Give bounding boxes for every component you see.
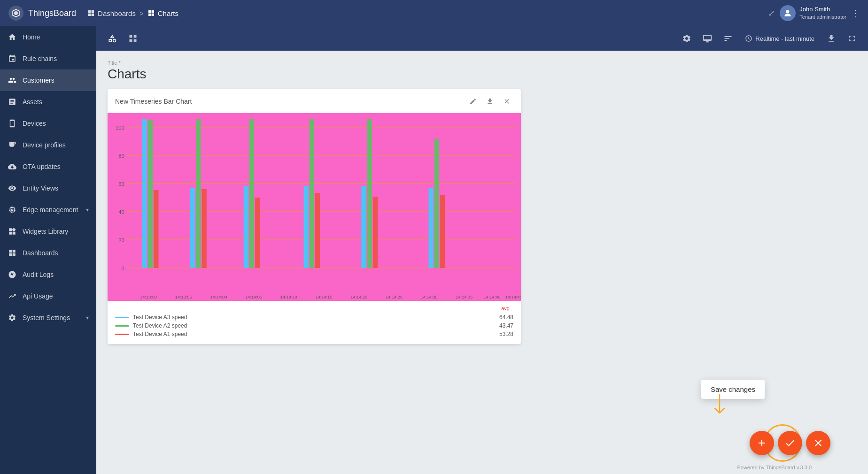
fab-add-btn[interactable]	[750, 431, 774, 455]
svg-rect-5	[92, 14, 94, 16]
widget-title: New Timeseries Bar Chart	[115, 98, 192, 105]
svg-rect-41	[303, 186, 308, 268]
svg-rect-11	[9, 250, 12, 252]
svg-text:0: 0	[122, 266, 124, 271]
widget-download-btn[interactable]	[483, 95, 496, 108]
edge-management-chevron: ▾	[86, 206, 89, 213]
svg-rect-35	[190, 188, 195, 268]
svg-rect-45	[367, 119, 372, 268]
widget-close-btn[interactable]	[500, 95, 513, 108]
home-icon	[8, 32, 17, 42]
sidebar-item-device-profiles[interactable]: Device profiles	[0, 134, 96, 156]
sidebar-item-home[interactable]: Home	[0, 26, 96, 48]
widget-edit-btn[interactable]	[466, 95, 480, 108]
edit-mode-btn[interactable]	[104, 30, 121, 47]
svg-rect-39	[249, 119, 254, 268]
breadcrumb-separator: >	[140, 9, 144, 17]
svg-text:14:14:30: 14:14:30	[421, 295, 438, 299]
user-text: John Smith Tenant administrator	[799, 6, 846, 20]
svg-text:14:14:05: 14:14:05	[245, 295, 262, 299]
download-btn[interactable]	[823, 30, 840, 47]
svg-rect-13	[9, 253, 12, 256]
svg-text:14:14:10: 14:14:10	[280, 295, 297, 299]
widget-header: New Timeseries Bar Chart	[108, 89, 521, 113]
svg-rect-33	[148, 120, 153, 268]
page-title-label: Title *	[108, 60, 857, 66]
svg-text:14:14:15: 14:14:15	[316, 295, 333, 299]
device-profiles-icon	[8, 140, 17, 150]
logo: ThingsBoard	[8, 5, 76, 22]
fab-cancel-btn[interactable]	[806, 431, 830, 455]
svg-rect-42	[310, 119, 314, 268]
svg-text:14:14:40: 14:14:40	[484, 295, 501, 299]
breadcrumb-current: Charts	[147, 9, 178, 17]
fab-confirm-btn[interactable]	[778, 431, 802, 455]
sidebar-item-ota-updates[interactable]: OTA updates	[0, 156, 96, 177]
legend-color-a1	[115, 334, 129, 335]
sidebar-item-audit-logs[interactable]: Audit Logs	[0, 264, 96, 285]
page-title: Charts	[108, 67, 857, 82]
chart-area: 0 20 40 60 80 100 120	[108, 113, 521, 301]
svg-rect-47	[429, 188, 434, 268]
svg-text:14:14:20: 14:14:20	[350, 295, 367, 299]
svg-text:14:14:25: 14:14:25	[386, 295, 403, 299]
sidebar-item-dashboards[interactable]: Dashboards	[0, 242, 96, 264]
page-header: Title * Charts	[108, 60, 857, 82]
sidebar-item-assets[interactable]: Assets	[0, 91, 96, 113]
svg-rect-14	[13, 253, 16, 256]
sidebar-item-api-usage[interactable]: Api Usage	[0, 285, 96, 307]
svg-rect-40	[255, 198, 260, 268]
fab-group	[750, 431, 830, 455]
realtime-btn[interactable]: Realtime - last minute	[740, 32, 819, 45]
content-area: Realtime - last minute Title * Charts Ne…	[96, 26, 868, 474]
devices-icon	[8, 119, 17, 128]
user-avatar	[780, 5, 796, 21]
svg-rect-46	[373, 197, 378, 268]
sidebar-item-system-settings[interactable]: System Settings ▾	[0, 307, 96, 329]
grid-view-btn[interactable]	[124, 30, 141, 47]
breadcrumb-dashboards[interactable]: Dashboards	[87, 9, 136, 17]
sidebar-item-rule-chains[interactable]: Rule chains	[0, 48, 96, 69]
svg-point-1	[14, 11, 18, 15]
sidebar-item-devices[interactable]: Devices	[0, 113, 96, 134]
svg-rect-49	[440, 195, 445, 268]
fullscreen-btn[interactable]	[844, 30, 860, 47]
svg-rect-17	[130, 39, 132, 42]
svg-rect-48	[434, 139, 439, 268]
svg-rect-6	[148, 10, 151, 13]
system-settings-icon	[8, 313, 17, 322]
svg-rect-15	[130, 35, 132, 38]
svg-rect-3	[92, 10, 94, 13]
ota-updates-icon	[8, 162, 17, 171]
svg-rect-32	[142, 119, 147, 268]
legend-color-a3	[115, 317, 129, 318]
svg-rect-7	[151, 10, 154, 13]
settings-btn[interactable]	[678, 30, 695, 47]
svg-rect-44	[361, 186, 366, 268]
topbar-right: ⤢ John Smith Tenant administrator ⋮	[768, 5, 860, 21]
audit-logs-icon	[8, 270, 17, 279]
sidebar-item-edge-management[interactable]: Edge management ▾	[0, 199, 96, 221]
display-btn[interactable]	[699, 30, 716, 47]
topbar-more-icon[interactable]: ⋮	[851, 8, 860, 19]
legend-color-a2	[115, 325, 129, 327]
svg-text:100: 100	[116, 125, 124, 130]
sidebar-item-entity-views[interactable]: Entity Views	[0, 177, 96, 199]
dashboard-content: Title * Charts New Timeseries Bar Chart	[96, 51, 868, 474]
svg-rect-34	[154, 190, 158, 268]
svg-text:14:13:50: 14:13:50	[140, 295, 157, 299]
user-info: John Smith Tenant administrator	[780, 5, 846, 21]
topbar-fullscreen-icon[interactable]: ⤢	[768, 8, 775, 18]
toolbar-right: Realtime - last minute	[678, 30, 860, 47]
filter-btn[interactable]	[720, 30, 736, 47]
svg-text:20: 20	[118, 237, 124, 243]
sidebar-item-widgets-library[interactable]: Widgets Library	[0, 221, 96, 242]
secondary-toolbar: Realtime - last minute	[96, 26, 868, 51]
svg-rect-38	[244, 186, 248, 268]
edge-management-icon	[8, 205, 17, 214]
sidebar-item-customers[interactable]: Customers	[0, 69, 96, 91]
svg-rect-43	[315, 193, 320, 268]
topbar: ThingsBoard Dashboards > Charts ⤢ John S…	[0, 0, 868, 26]
api-usage-icon	[8, 291, 17, 301]
svg-rect-36	[196, 119, 201, 268]
